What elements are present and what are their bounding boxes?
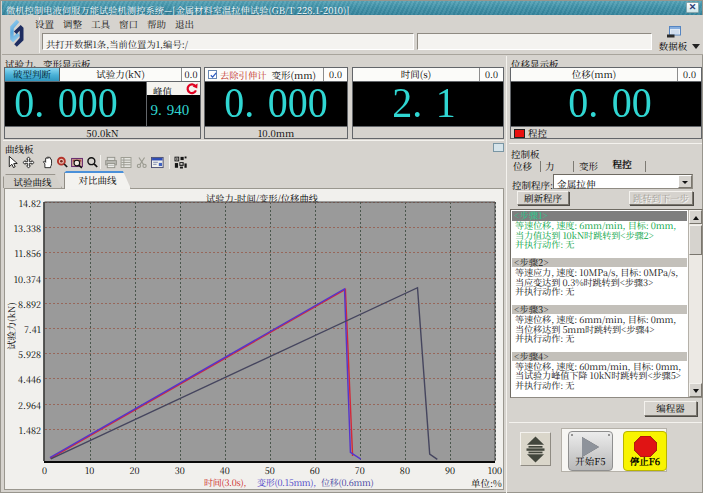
menu-settings[interactable]: 设置	[35, 17, 54, 31]
peak-refresh-icon[interactable]	[185, 83, 198, 95]
report-icon	[119, 155, 134, 170]
divider	[506, 56, 507, 493]
scroll-down-button[interactable]	[689, 383, 702, 397]
stop-button[interactable]: 停止F6	[623, 431, 667, 471]
y-tick-label: 8.892	[5, 298, 41, 311]
menu-window[interactable]: 窗口	[119, 17, 138, 31]
jog-arrows-icon-shape	[529, 452, 543, 454]
step-line: 并执行动作: 无	[512, 240, 687, 250]
cut-icon-shape	[135, 155, 150, 170]
control-tab-deform[interactable]: 变形	[579, 159, 598, 174]
screen-icon-shape-shape	[159, 163, 162, 166]
force-value-display: 0. 000	[6, 81, 127, 125]
peak-header: 峰值	[147, 82, 200, 95]
zoom-window-icon[interactable]	[70, 155, 85, 170]
program-step-list[interactable]: <步骤1>等速位移, 速度: 6mm/min, 目标: 0mm,当力值达到 10…	[510, 209, 703, 398]
y-tick-label: 5.928	[5, 348, 41, 361]
legend-item: 时间(3.0s),	[204, 476, 246, 489]
databoard-caret-icon[interactable]	[692, 44, 700, 49]
stamp-icon-shape-shape	[174, 163, 177, 168]
displacement-display-panel: 位移(mm) 0.0 0. 00 程控	[510, 67, 702, 139]
y-tick-label: 4.446	[5, 373, 41, 386]
control-tab-force[interactable]: 力	[545, 159, 555, 174]
start-label: 开始F5	[569, 454, 612, 468]
peak-box: 峰值 9. 940	[146, 82, 200, 126]
control-tab-separator	[540, 161, 541, 172]
menu-bar: 设置调整工具窗口帮助退出	[35, 16, 194, 31]
stamp-icon-shape-shape	[176, 158, 177, 159]
menu-adjust[interactable]: 调整	[63, 17, 82, 31]
zoom-icon-shape	[85, 155, 100, 170]
print-icon	[104, 155, 119, 170]
zoom-in-red-icon-shape-shape	[60, 160, 63, 163]
toolbar-separator	[100, 155, 101, 169]
program-select[interactable]: 金属拉伸	[553, 174, 693, 189]
step-line: 并执行动作: 无	[512, 287, 687, 297]
zoom-icon-shape-shape	[88, 158, 95, 165]
zoom-window-icon-shape-shape	[74, 160, 80, 166]
status-box-data-info: 共打开数据1条,当前位置为1,编号:/	[42, 33, 414, 50]
jog-button[interactable]	[520, 432, 551, 466]
remove-extensometer-checkbox[interactable]	[208, 70, 217, 79]
x-tick-label: 20	[120, 464, 150, 477]
jog-arrows-icon-shape	[527, 448, 545, 450]
scroll-thumb[interactable]	[689, 225, 702, 255]
zoom-in-red-icon[interactable]	[55, 155, 70, 170]
program-select-arrow-icon[interactable]	[678, 175, 692, 188]
program-select-value: 金属拉伸	[557, 177, 596, 191]
databoard-button[interactable]: 数据板	[652, 26, 694, 54]
zoom-icon-shape-shape	[94, 164, 97, 167]
curve-corner-button[interactable]	[493, 143, 504, 152]
databoard-icon-shape	[667, 35, 675, 38]
start-button[interactable]: 开始F5	[568, 431, 613, 471]
zoom-icon[interactable]	[85, 155, 100, 170]
scroll-up-button[interactable]	[689, 210, 702, 224]
databoard-icon	[666, 26, 681, 38]
legend-item: 变形(0.15mm),	[257, 476, 316, 489]
program-control-led	[514, 129, 525, 138]
pan-hand-icon[interactable]	[40, 155, 55, 170]
x-tick-label: 80	[390, 464, 420, 477]
y-tick-label: 14.82	[5, 197, 41, 210]
legend-item: 位移(0.6mm)	[321, 476, 373, 489]
program-list-scrollbar	[688, 210, 702, 397]
programmer-button[interactable]: 编程器	[644, 401, 697, 416]
peak-value: 9. 940	[147, 95, 200, 126]
screen-icon	[150, 155, 165, 170]
move-icon-shape	[21, 155, 36, 170]
y-tick-label: 7.41	[5, 323, 41, 336]
tab-test-curve[interactable]: 试验曲线	[3, 174, 62, 188]
jump-next-step-button[interactable]: 跳转到下一步	[629, 191, 693, 205]
stamp-icon-shape-shape	[180, 163, 182, 165]
control-tab-program[interactable]: 程控	[612, 157, 632, 174]
app-window: 微机控制电液伺服万能试验机测控系统—[金属材料室温拉伸试验(GB/T 228.1…	[0, 0, 703, 493]
displacement-small-value: 0.0	[678, 68, 701, 81]
program-steps: <步骤1>等速位移, 速度: 6mm/min, 目标: 0mm,当力值达到 10…	[512, 211, 687, 397]
zoom-in-red-icon-shape-shape	[64, 164, 67, 167]
time-value-display: 2. 1	[356, 81, 492, 125]
jog-arrows-icon-shape	[529, 446, 543, 448]
refresh-program-button[interactable]: 刷新程序	[517, 191, 569, 205]
stamp-icon-shape-shape	[184, 157, 186, 159]
stamp-icon[interactable]	[173, 155, 188, 170]
menu-help[interactable]: 帮助	[147, 17, 166, 31]
checkmark-icon-shape	[211, 73, 216, 77]
menu-tools[interactable]: 工具	[91, 17, 110, 31]
cursor-icon[interactable]	[6, 155, 21, 170]
force-small-value: 0.0	[182, 68, 200, 81]
force-display-panel: 破型判断 试验力(kN) 0.0 0. 000 峰值 9. 940 50.0kN	[4, 67, 201, 139]
app-logo-icon	[7, 17, 35, 53]
menu-exit[interactable]: 退出	[175, 17, 194, 31]
cut-icon-shape-shape	[139, 157, 144, 164]
tab-compare-curve[interactable]: 对比曲线	[64, 171, 131, 189]
close-button[interactable]: ✕	[686, 2, 699, 13]
x-tick-label: 10	[75, 464, 105, 477]
control-tab-disp[interactable]: 位移	[513, 159, 532, 174]
divider	[3, 140, 504, 141]
move-icon[interactable]	[21, 155, 36, 170]
title-bar: 微机控制电液伺服万能试验机测控系统—[金属材料室温拉伸试验(GB/T 228.1…	[2, 1, 702, 15]
time-small-value: 0.0	[480, 68, 503, 81]
pan-hand-icon-shape	[40, 155, 55, 170]
move-icon-shape-shape	[23, 157, 34, 168]
chart-plot[interactable]	[5, 189, 505, 491]
